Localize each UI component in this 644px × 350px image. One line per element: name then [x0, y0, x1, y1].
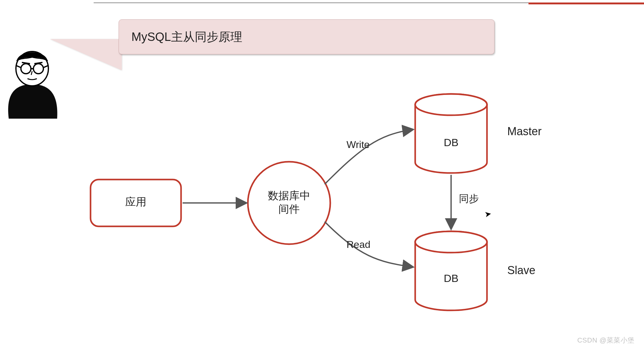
role-master-label: Master — [507, 125, 542, 138]
node-master-db — [415, 94, 487, 173]
svg-point-12 — [415, 231, 487, 253]
edge-sync-label: 同步 — [459, 192, 479, 206]
node-slave-db-label: DB — [415, 272, 487, 285]
watermark-text: CSDN @菜菜小堡 — [577, 336, 635, 345]
edge-write-label: Write — [347, 139, 370, 150]
edge-read-label: Read — [347, 239, 371, 250]
node-app-label: 应用 — [91, 195, 181, 209]
role-slave-label: Slave — [507, 264, 535, 277]
node-middleware-label: 数据库中 间件 — [258, 189, 320, 215]
architecture-diagram — [0, 0, 644, 350]
svg-point-10 — [415, 94, 487, 115]
node-slave-db — [415, 231, 487, 310]
edge-write — [325, 130, 413, 184]
node-master-db-label: DB — [415, 136, 487, 149]
